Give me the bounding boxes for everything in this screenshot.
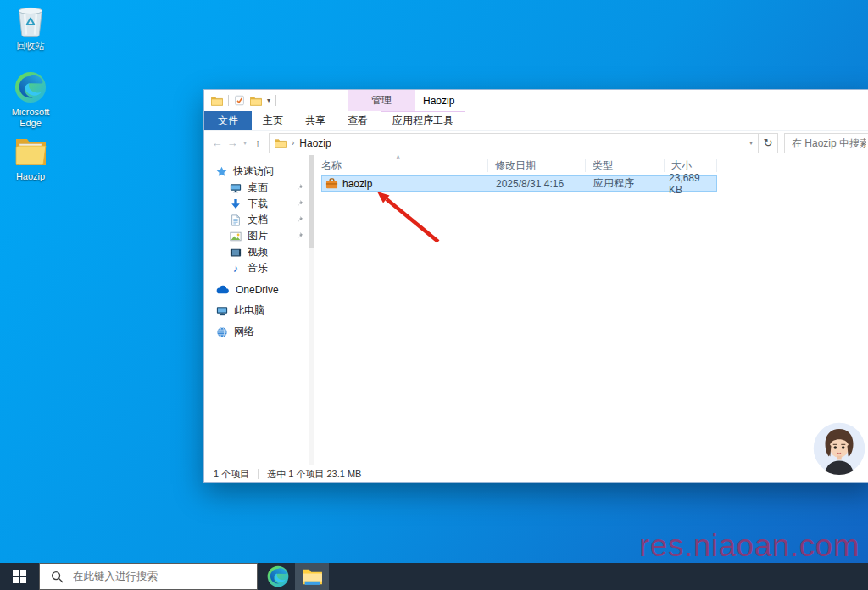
folder-icon — [275, 138, 287, 148]
sidebar-item-quick-access[interactable]: 快速访问 — [204, 164, 314, 180]
avatar — [812, 421, 866, 476]
picture-icon — [230, 231, 242, 242]
network-globe-icon — [216, 326, 228, 338]
sidebar-item-desktop[interactable]: 桌面 — [204, 180, 314, 196]
breadcrumb-segment[interactable]: Haozip — [299, 137, 331, 149]
desktop-icon-recycle-bin[interactable]: 回收站 — [2, 3, 59, 52]
sidebar-item-this-pc[interactable]: 此电脑 — [204, 303, 314, 319]
document-icon — [230, 214, 242, 226]
file-list: 名称 ˄ 修改日期 类型 大小 haozip 2025/8/31 4:16 应用… — [314, 155, 868, 465]
tab-share[interactable]: 共享 — [294, 111, 337, 130]
desktop-icon-label: Haozip — [2, 171, 59, 182]
status-bar: 1 个项目 选中 1 个项目 23.1 MB — [204, 465, 868, 482]
taskbar-edge-button[interactable] — [261, 563, 295, 590]
pin-icon — [295, 231, 303, 240]
recycle-bin-icon — [2, 3, 59, 39]
sidebar-item-pictures[interactable]: 图片 — [204, 228, 314, 244]
divider — [228, 95, 229, 106]
video-icon — [230, 247, 242, 259]
file-modified: 2025/8/31 4:16 — [489, 178, 587, 190]
windows-logo-icon — [13, 570, 26, 583]
address-bar: ← → ▾ ↑ › Haozip ▾ ↻ — [204, 131, 868, 155]
file-explorer-icon — [302, 568, 323, 586]
desktop-icon-microsoft-edge[interactable]: Microsoft Edge — [2, 70, 59, 129]
pin-icon — [295, 183, 303, 192]
watermark: res.niaoan.com — [639, 528, 860, 564]
column-header-type[interactable]: 类型 — [586, 159, 665, 172]
column-header-size[interactable]: 大小 — [665, 159, 717, 172]
column-header-name[interactable]: 名称 ˄ — [314, 159, 488, 172]
pin-icon — [295, 215, 303, 224]
explorer-search-input[interactable] — [790, 136, 868, 150]
sort-ascending-icon: ˄ — [396, 153, 400, 162]
sidebar-item-onedrive[interactable]: OneDrive — [204, 281, 314, 298]
taskbar-search-input[interactable] — [71, 570, 219, 583]
customize-toolbar-chevron-icon[interactable]: ▾ — [267, 97, 270, 104]
explorer-window: ▾ 管理 Haozip 文件 主页 共享 查看 应用程序工具 ← → ▾ ↑ ›… — [203, 89, 868, 483]
new-folder-icon[interactable] — [250, 96, 262, 106]
tab-application-tools[interactable]: 应用程序工具 — [381, 111, 465, 130]
column-header-modified[interactable]: 修改日期 — [488, 159, 586, 172]
chevron-right-icon: › — [292, 138, 294, 148]
download-arrow-icon — [230, 198, 242, 210]
sidebar-item-music[interactable]: ♪ 音乐 — [204, 260, 314, 276]
search-icon — [51, 571, 64, 583]
forward-icon[interactable]: → — [225, 136, 240, 149]
desktop-icon-label: 回收站 — [2, 41, 59, 52]
taskbar-explorer-button[interactable] — [295, 563, 329, 590]
monitor-icon — [230, 182, 242, 194]
contextual-tab-group: 管理 — [348, 90, 415, 111]
file-row-haozip-selected[interactable]: haozip 2025/8/31 4:16 应用程序 23,689 KB — [321, 175, 717, 192]
back-icon[interactable]: ← — [209, 136, 225, 149]
start-button[interactable] — [0, 563, 39, 590]
star-icon — [216, 166, 227, 177]
column-headers: 名称 ˄ 修改日期 类型 大小 — [314, 155, 868, 175]
up-icon[interactable]: ↑ — [250, 136, 265, 149]
window-title: Haozip — [423, 90, 454, 111]
properties-icon[interactable] — [234, 95, 245, 106]
taskbar — [0, 563, 868, 590]
tab-view[interactable]: 查看 — [337, 111, 379, 130]
quick-access-toolbar: ▾ — [204, 95, 276, 106]
divider — [275, 95, 276, 106]
recent-locations-chevron-icon[interactable]: ▾ — [240, 139, 250, 147]
file-name: haozip — [342, 178, 372, 190]
item-count: 1 个项目 — [214, 468, 249, 481]
breadcrumb[interactable]: › Haozip ▾ — [269, 133, 759, 153]
edge-icon — [2, 70, 59, 105]
pin-icon — [295, 199, 303, 208]
desktop-icon-haozip[interactable]: Haozip — [2, 134, 59, 182]
address-dropdown-chevron-icon[interactable]: ▾ — [749, 139, 753, 147]
title-bar[interactable]: ▾ 管理 Haozip — [204, 90, 868, 111]
music-note-icon: ♪ — [230, 262, 242, 275]
computer-icon — [216, 305, 228, 317]
refresh-icon[interactable]: ↻ — [759, 133, 778, 153]
folder-icon — [2, 134, 59, 170]
file-type: 应用程序 — [587, 176, 665, 191]
cloud-icon — [216, 285, 230, 294]
desktop: 回收站 Microsoft Edge Haozip ▾ 管理 Haozip 文件… — [0, 0, 868, 590]
explorer-search-box[interactable] — [784, 133, 868, 153]
navigation-pane: 快速访问 桌面 下载 文档 — [204, 155, 314, 465]
selection-summary: 选中 1 个项目 23.1 MB — [267, 468, 361, 481]
sidebar-item-downloads[interactable]: 下载 — [204, 196, 314, 212]
edge-icon — [267, 565, 289, 587]
sidebar-scrollbar[interactable] — [309, 155, 314, 465]
desktop-icon-label: Microsoft Edge — [2, 107, 59, 129]
haozip-app-icon — [326, 177, 338, 190]
sidebar-item-videos[interactable]: 视频 — [204, 244, 314, 260]
divider — [258, 469, 259, 479]
taskbar-search-box[interactable] — [39, 563, 258, 590]
sidebar-item-network[interactable]: 网络 — [204, 324, 314, 340]
folder-icon[interactable] — [211, 96, 223, 106]
sidebar-item-documents[interactable]: 文档 — [204, 212, 314, 228]
ribbon-tabs: 文件 主页 共享 查看 应用程序工具 — [204, 111, 868, 131]
tab-home[interactable]: 主页 — [252, 111, 294, 130]
tab-file[interactable]: 文件 — [204, 111, 252, 130]
